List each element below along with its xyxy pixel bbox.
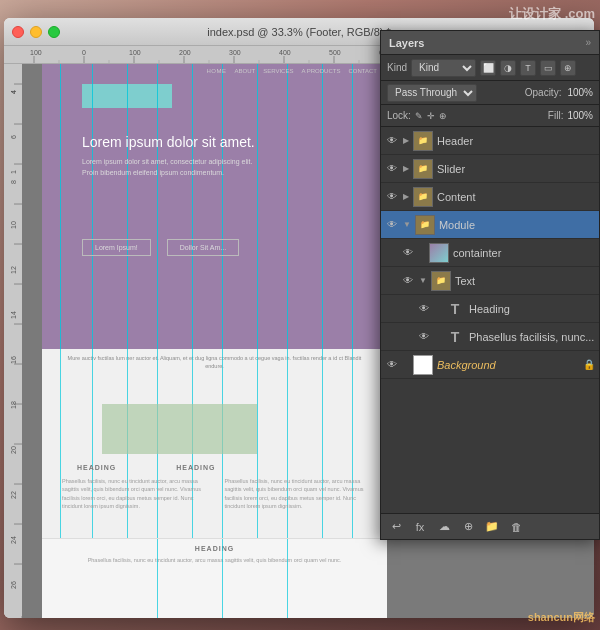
window-title: index.psd @ 33.3% (Footer, RGB/8) * xyxy=(207,26,391,38)
minimize-button[interactable] xyxy=(30,26,42,38)
visibility-text-folder[interactable]: 👁 xyxy=(401,274,415,288)
filter-select[interactable]: Kind xyxy=(411,59,476,77)
svg-text:24: 24 xyxy=(10,536,17,544)
layer-name-module: Module xyxy=(439,219,595,231)
psd-bottom-text1: Mure auctiv fsctilas lum ner auctor et. … xyxy=(42,349,387,371)
svg-text:20: 20 xyxy=(10,446,17,454)
layer-name-heading: Heading xyxy=(469,303,595,315)
thumb-content: 📁 xyxy=(413,187,433,207)
panel-title-bar: Layers » xyxy=(381,31,599,55)
thumb-heading-text: T xyxy=(445,299,465,319)
thumb-header: 📁 xyxy=(413,131,433,151)
panel-collapse-button[interactable]: » xyxy=(585,37,591,48)
dollor-button[interactable]: Dollor Sit Am... xyxy=(167,239,239,256)
layer-slider[interactable]: 👁 ▶ 📁 Slider xyxy=(381,155,599,183)
ruler-left-svg: 4 1 4 6 8 xyxy=(4,64,22,616)
layer-phasellus-text[interactable]: 👁 ▶ T Phasellus facilisis, nunc... xyxy=(381,323,599,351)
layer-name-content: Content xyxy=(437,191,595,203)
svg-text:0: 0 xyxy=(82,49,86,56)
panel-title: Layers xyxy=(389,37,424,49)
layer-background[interactable]: 👁 ▶ Background 🔒 xyxy=(381,351,599,379)
heading-label-2: HEADING xyxy=(176,464,215,471)
visibility-header[interactable]: 👁 xyxy=(385,134,399,148)
maximize-button[interactable] xyxy=(48,26,60,38)
svg-text:18: 18 xyxy=(10,401,17,409)
visibility-background[interactable]: 👁 xyxy=(385,358,399,372)
visibility-content[interactable]: 👁 xyxy=(385,190,399,204)
lorem-button[interactable]: Lorem Ipsum! xyxy=(82,239,151,256)
layer-name-phasellus: Phasellus facilisis, nunc... xyxy=(469,331,595,343)
filter-image-icon[interactable]: ⬜ xyxy=(480,60,496,76)
filter-row: Kind Kind ⬜ ◑ T ▭ ⊕ xyxy=(381,55,599,81)
layer-text-folder[interactable]: 👁 ▼ 📁 Text xyxy=(381,267,599,295)
green-box xyxy=(102,404,257,454)
visibility-containter[interactable]: 👁 xyxy=(401,246,415,260)
visibility-slider[interactable]: 👁 xyxy=(385,162,399,176)
delete-layer-button[interactable]: 🗑 xyxy=(507,518,525,536)
traffic-lights xyxy=(12,26,60,38)
layer-name-text-folder: Text xyxy=(455,275,595,287)
close-button[interactable] xyxy=(12,26,24,38)
background-lock-icon: 🔒 xyxy=(583,359,595,370)
watermark-bottom: shancun网络 xyxy=(528,610,595,625)
thumb-text-folder: 📁 xyxy=(431,271,451,291)
arrow-module[interactable]: ▼ xyxy=(403,220,411,229)
bottom-text-col2: Phasellus facilisis, nunc eu tincidunt a… xyxy=(225,477,378,510)
svg-text:6: 6 xyxy=(10,135,17,139)
link-layers-button[interactable]: ↩ xyxy=(387,518,405,536)
arrow-header[interactable]: ▶ xyxy=(403,136,409,145)
adjustment-button[interactable]: ⊕ xyxy=(459,518,477,536)
svg-text:22: 22 xyxy=(10,491,17,499)
layer-containter[interactable]: 👁 ▶ containter xyxy=(381,239,599,267)
svg-text:16: 16 xyxy=(10,356,17,364)
footer-heading: HEADING xyxy=(42,545,387,552)
visibility-heading-text[interactable]: 👁 xyxy=(417,302,431,316)
visibility-module[interactable]: 👁 xyxy=(385,218,399,232)
heading-label-1: HEADING xyxy=(77,464,116,471)
fx-button[interactable]: fx xyxy=(411,518,429,536)
lock-all-icon[interactable]: ⊕ xyxy=(439,111,447,121)
svg-text:200: 200 xyxy=(179,49,191,56)
thumb-phasellus: T xyxy=(445,327,465,347)
thumb-background xyxy=(413,355,433,375)
svg-text:1: 1 xyxy=(10,170,17,174)
nav-home: HOME xyxy=(207,68,227,74)
opacity-value: 100% xyxy=(567,87,593,98)
layer-header[interactable]: 👁 ▶ 📁 Header xyxy=(381,127,599,155)
panel-toolbar: ↩ fx ☁ ⊕ 📁 🗑 xyxy=(381,513,599,539)
layer-name-header: Header xyxy=(437,135,595,147)
arrow-slider[interactable]: ▶ xyxy=(403,164,409,173)
thumb-slider: 📁 xyxy=(413,159,433,179)
layer-name-slider: Slider xyxy=(437,163,595,175)
svg-text:4: 4 xyxy=(10,90,17,94)
thumb-module: 📁 xyxy=(415,215,435,235)
fill-value: 100% xyxy=(567,110,593,121)
filter-shape-icon[interactable]: ▭ xyxy=(540,60,556,76)
layer-module[interactable]: 👁 ▼ 📁 Module xyxy=(381,211,599,239)
footer-text: Phasellus facilisis, nunc eu tincidunt a… xyxy=(42,552,387,568)
svg-text:400: 400 xyxy=(279,49,291,56)
mask-button[interactable]: ☁ xyxy=(435,518,453,536)
group-button[interactable]: 📁 xyxy=(483,518,501,536)
filter-label: Kind xyxy=(387,62,407,73)
bottom-text-col1: Phasellus facilisis, nunc eu tincidunt a… xyxy=(62,477,215,510)
svg-text:10: 10 xyxy=(10,221,17,229)
layer-name-background: Background xyxy=(437,359,579,371)
layer-content[interactable]: 👁 ▶ 📁 Content xyxy=(381,183,599,211)
nav-about: ABOUT xyxy=(235,68,256,74)
layer-heading-text[interactable]: 👁 ▶ T Heading xyxy=(381,295,599,323)
blend-mode-row: Pass Through Opacity: 100% xyxy=(381,81,599,105)
visibility-phasellus[interactable]: 👁 xyxy=(417,330,431,344)
filter-adjustment-icon[interactable]: ◑ xyxy=(500,60,516,76)
arrow-text-folder[interactable]: ▼ xyxy=(419,276,427,285)
svg-text:300: 300 xyxy=(229,49,241,56)
lock-label: Lock: xyxy=(387,110,411,121)
filter-smart-icon[interactable]: ⊕ xyxy=(560,60,576,76)
arrow-content[interactable]: ▶ xyxy=(403,192,409,201)
svg-rect-36 xyxy=(4,64,22,616)
lock-pen-icon[interactable]: ✎ xyxy=(415,111,423,121)
blend-mode-select[interactable]: Pass Through xyxy=(387,84,477,102)
filter-type-icon[interactable]: T xyxy=(520,60,536,76)
svg-text:12: 12 xyxy=(10,266,17,274)
lock-move-icon[interactable]: ✛ xyxy=(427,111,435,121)
